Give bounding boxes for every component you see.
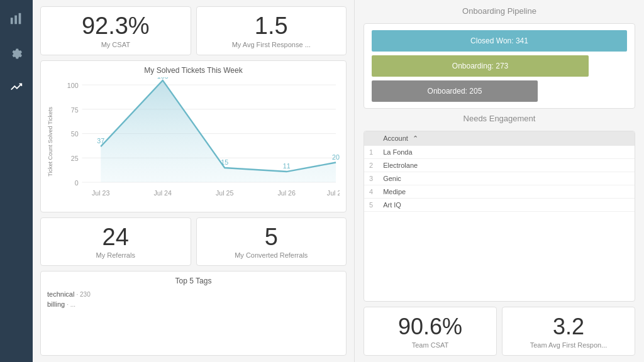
- pipeline-bar-onboarded-label: Onboarded: 205: [428, 87, 482, 96]
- team-csat-value: 90.6%: [398, 314, 462, 340]
- svg-text:0: 0: [75, 179, 79, 187]
- my-csat-card: 92.3% My CSAT: [40, 6, 191, 55]
- pipeline-bar-closed: Closed Won: 341: [372, 30, 627, 52]
- my-referrals-value: 24: [103, 224, 129, 251]
- table-row: 4 Medipe: [364, 185, 635, 199]
- chart-title: My Solved Tickets This Week: [47, 66, 340, 75]
- tags-title: Top 5 Tags: [47, 277, 340, 285]
- pipeline-bars: Closed Won: 341 Onboarding: 273 Onboarde…: [372, 30, 627, 102]
- engagement-table: Account ⌃ 1 La Fonda 2 Electrolane: [364, 131, 635, 212]
- svg-text:Jul 26: Jul 26: [278, 189, 296, 196]
- eng-table-num-header: [364, 131, 378, 146]
- tag-name: technical: [47, 290, 74, 298]
- row-account: Electrolane: [378, 159, 635, 172]
- tag-name-2: billing: [47, 300, 65, 308]
- svg-text:20: 20: [332, 153, 340, 160]
- table-row: 3 Genic: [364, 172, 635, 185]
- y-axis-label: Ticket Count Solved Tickets: [47, 107, 53, 177]
- row-account: Art IQ: [378, 199, 635, 212]
- row-num: 1: [364, 146, 378, 159]
- my-avg-response-label: My Avg First Response ...: [232, 41, 311, 48]
- svg-text:15: 15: [221, 158, 228, 166]
- my-converted-referrals-card: 5 My Converted Referrals: [196, 217, 347, 266]
- sidebar-item-settings[interactable]: [5, 41, 28, 64]
- pipeline-bar-closed-wrap: Closed Won: 341: [372, 30, 627, 52]
- main-content: 92.3% My CSAT 1.5 My Avg First Response …: [33, 0, 644, 362]
- right-panel: Onboarding Pipeline Closed Won: 341 Onbo…: [355, 0, 644, 362]
- tag-item: billing · ...: [47, 299, 340, 309]
- table-row: 1 La Fonda: [364, 146, 635, 159]
- table-row: 5 Art IQ: [364, 199, 635, 212]
- table-row: 2 Electrolane: [364, 159, 635, 172]
- pipeline-section-title: Onboarding Pipeline: [364, 6, 635, 16]
- pipeline-bar-onboarded: Onboarded: 205: [372, 80, 538, 102]
- my-referrals-card: 24 My Referrals: [40, 217, 191, 266]
- chart-container: Ticket Count Solved Tickets 100 75: [47, 77, 340, 207]
- tag-count: · 230: [76, 291, 90, 298]
- bottom-kpi-row: 24 My Referrals 5 My Converted Referrals: [40, 217, 347, 266]
- svg-rect-1: [14, 16, 17, 25]
- svg-text:75: 75: [71, 106, 79, 113]
- pipeline-bar-onboarding-wrap: Onboarding: 273: [372, 55, 627, 77]
- chart-inner: 100 75 50 25 0: [56, 77, 340, 207]
- chart-svg: 100 75 50 25 0: [56, 77, 340, 207]
- my-converted-referrals-value: 5: [265, 224, 278, 251]
- account-header-label: Account: [383, 134, 408, 142]
- engagement-card: Account ⌃ 1 La Fonda 2 Electrolane: [364, 131, 635, 302]
- my-avg-response-value: 1.5: [255, 13, 288, 40]
- team-avg-response-card: 3.2 Team Avg First Respon...: [502, 307, 635, 356]
- my-converted-referrals-label: My Converted Referrals: [235, 251, 308, 259]
- row-num: 5: [364, 199, 378, 212]
- my-referrals-label: My Referrals: [96, 251, 135, 259]
- tag-item: technical · 230: [47, 289, 340, 299]
- eng-table-account-header[interactable]: Account ⌃: [378, 131, 635, 146]
- svg-text:25: 25: [71, 155, 79, 162]
- svg-text:50: 50: [71, 130, 79, 138]
- svg-text:11: 11: [283, 162, 291, 170]
- content-area: 92.3% My CSAT 1.5 My Avg First Response …: [33, 0, 644, 362]
- svg-text:37: 37: [97, 137, 104, 145]
- tag-count-2: · ...: [67, 301, 75, 308]
- team-kpi-row: 90.6% Team CSAT 3.2 Team Avg First Respo…: [364, 307, 635, 356]
- team-csat-card: 90.6% Team CSAT: [364, 307, 497, 356]
- sort-icon[interactable]: ⌃: [413, 134, 418, 142]
- row-account: La Fonda: [378, 146, 635, 159]
- top-tags-card: Top 5 Tags technical · 230 billing · ...: [40, 271, 347, 356]
- engagement-section-title: Needs Engagement: [364, 114, 635, 123]
- top-kpi-row: 92.3% My CSAT 1.5 My Avg First Response …: [40, 6, 347, 55]
- svg-text:Jul 25: Jul 25: [216, 189, 233, 196]
- row-account: Medipe: [378, 185, 635, 199]
- svg-text:105: 105: [157, 77, 169, 80]
- svg-text:Jul 27: Jul 27: [327, 189, 340, 196]
- row-num: 3: [364, 172, 378, 185]
- pipeline-bar-closed-label: Closed Won: 341: [470, 36, 528, 45]
- sidebar-item-analytics[interactable]: [5, 8, 28, 30]
- pipeline-bar-onboarding-label: Onboarding: 273: [452, 62, 508, 70]
- my-avg-response-card: 1.5 My Avg First Response ...: [196, 6, 347, 55]
- svg-text:Jul 23: Jul 23: [92, 189, 109, 196]
- row-account: Genic: [378, 172, 635, 185]
- sidebar: [0, 0, 33, 362]
- team-csat-label: Team CSAT: [412, 341, 448, 349]
- sidebar-item-trends[interactable]: [5, 75, 28, 98]
- svg-rect-2: [19, 13, 21, 24]
- left-panel: 92.3% My CSAT 1.5 My Avg First Response …: [33, 0, 355, 362]
- pipeline-bar-onboarded-wrap: Onboarded: 205: [372, 80, 627, 102]
- my-csat-value: 92.3%: [82, 13, 150, 40]
- row-num: 2: [364, 159, 378, 172]
- pipeline-bar-onboarding: Onboarding: 273: [372, 55, 589, 77]
- pipeline-card: Closed Won: 341 Onboarding: 273 Onboarde…: [364, 23, 635, 109]
- row-num: 4: [364, 185, 378, 199]
- team-avg-response-value: 3.2: [553, 314, 584, 340]
- svg-rect-0: [11, 18, 13, 24]
- svg-marker-13: [101, 80, 336, 182]
- solved-tickets-chart-card: My Solved Tickets This Week Ticket Count…: [40, 60, 347, 212]
- team-avg-response-label: Team Avg First Respon...: [530, 341, 608, 349]
- svg-text:Jul 24: Jul 24: [153, 189, 171, 196]
- my-csat-label: My CSAT: [101, 41, 130, 48]
- svg-text:100: 100: [67, 82, 79, 89]
